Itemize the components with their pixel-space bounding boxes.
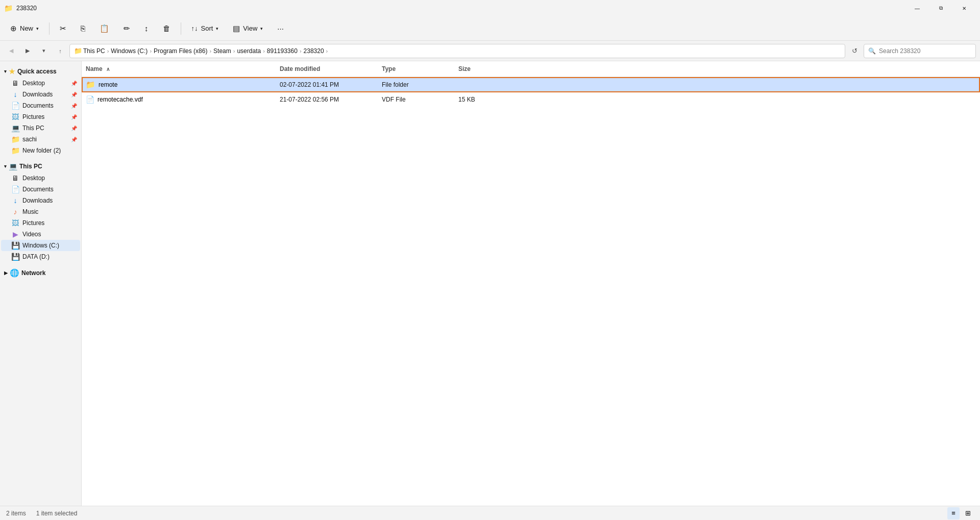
- toolbar: ⊕ New ▾ ✂ ⎘ 📋 ✏ ↕ 🗑 ↑↓ Sort ▾ ▤ View ▾ ·…: [0, 16, 980, 41]
- close-button[interactable]: ✕: [952, 0, 976, 16]
- pin-icon-pictures: 📌: [71, 114, 77, 120]
- rename-icon: ✏: [124, 24, 130, 33]
- quick-access-chevron: ▾: [4, 69, 7, 74]
- view-label: View: [243, 24, 257, 32]
- folder-icon-remote: 📁: [86, 80, 95, 89]
- sidebar-item-thispc-quick[interactable]: 💻 This PC 📌: [1, 122, 80, 134]
- sidebar-item-videos[interactable]: ▶ Videos: [1, 229, 80, 240]
- downloads-icon-pc: ↓: [11, 196, 19, 205]
- sidebar-item-desktop-quick[interactable]: 🖥 Desktop 📌: [1, 78, 80, 89]
- newfolder2-icon: 📁: [11, 146, 19, 155]
- view-button[interactable]: ▤ View ▾: [227, 19, 269, 38]
- back-button[interactable]: ◀: [4, 44, 18, 58]
- list-view-button[interactable]: ≡: [947, 507, 960, 519]
- view-chevron: ▾: [260, 26, 263, 31]
- rename-button[interactable]: ✏: [117, 19, 136, 38]
- breadcrumb-this-pc[interactable]: This PC: [83, 47, 105, 55]
- view-icon: ▤: [233, 24, 240, 33]
- sidebar-network-header[interactable]: ▶ 🌐 Network: [0, 266, 81, 280]
- breadcrumb-bar[interactable]: 📁 This PC › Windows (C:) › Program Files…: [69, 44, 845, 58]
- windows-c-icon: 💾: [11, 241, 19, 250]
- sidebar-item-documents-pc[interactable]: 📄 Documents: [1, 184, 80, 195]
- more-icon: ···: [277, 24, 284, 33]
- sidebar-item-music[interactable]: ♪ Music: [1, 206, 80, 217]
- copy-button[interactable]: ⎘: [75, 19, 91, 38]
- column-name[interactable]: Name ∧: [82, 63, 276, 75]
- desktop-icon: 🖥: [11, 79, 19, 87]
- file-list: Name ∧ Date modified Type Size 📁 remote …: [82, 61, 980, 506]
- file-type-remote: File folder: [378, 79, 454, 90]
- sidebar: ▾ ★ Quick access 🖥 Desktop 📌 ↓ Downloads…: [0, 61, 82, 506]
- breadcrumb-sep-4: ›: [233, 48, 235, 54]
- sidebar-quick-access-header[interactable]: ▾ ★ Quick access: [0, 65, 81, 78]
- breadcrumb-program-files[interactable]: Program Files (x86): [154, 47, 207, 55]
- sidebar-item-downloads-quick[interactable]: ↓ Downloads 📌: [1, 89, 80, 100]
- delete-icon: 🗑: [163, 24, 170, 33]
- sidebar-item-newfolder2[interactable]: 📁 New folder (2): [1, 145, 80, 156]
- window-title: 238320: [16, 5, 901, 12]
- sidebar-data-d-label: DATA (D:): [22, 253, 50, 260]
- cut-icon: ✂: [60, 24, 66, 33]
- forward-button[interactable]: ▶: [20, 44, 35, 58]
- documents-icon-pc: 📄: [11, 185, 19, 193]
- pictures-icon-pc: 🖼: [11, 219, 19, 227]
- file-name-vdf: remotecache.vdf: [97, 96, 143, 103]
- breadcrumb-238320[interactable]: 238320: [304, 47, 324, 55]
- documents-icon-quick: 📄: [11, 102, 19, 110]
- sidebar-item-desktop-pc[interactable]: 🖥 Desktop: [1, 172, 80, 184]
- sort-button[interactable]: ↑↓ Sort ▾: [185, 19, 225, 38]
- column-size[interactable]: Size: [454, 63, 505, 75]
- restore-button[interactable]: ⧉: [929, 0, 952, 16]
- sidebar-this-pc-header[interactable]: ▾ 💻 This PC: [0, 160, 81, 172]
- breadcrumb-windows-c[interactable]: Windows (C:): [111, 47, 148, 55]
- sidebar-item-pictures-pc[interactable]: 🖼 Pictures: [1, 217, 80, 229]
- paste-button[interactable]: 📋: [93, 19, 115, 38]
- search-input[interactable]: [879, 47, 971, 55]
- grid-view-button[interactable]: ⊞: [962, 507, 974, 519]
- breadcrumb-sep-3: ›: [209, 48, 211, 54]
- file-name-cell: 📁 remote: [82, 78, 276, 91]
- minimize-button[interactable]: —: [905, 0, 929, 16]
- network-label: Network: [21, 269, 45, 277]
- desktop-icon-pc: 🖥: [11, 174, 19, 182]
- column-type[interactable]: Type: [378, 63, 454, 75]
- breadcrumb-steam[interactable]: Steam: [213, 47, 231, 55]
- column-date[interactable]: Date modified: [276, 63, 378, 75]
- pictures-icon-quick: 🖼: [11, 113, 19, 121]
- pin-icon-downloads: 📌: [71, 92, 77, 97]
- new-button[interactable]: ⊕ New ▾: [4, 19, 45, 38]
- window-controls: — ⧉ ✕: [905, 0, 976, 16]
- file-date-remote: 02-07-2022 01:41 PM: [276, 79, 378, 90]
- sidebar-item-data-d[interactable]: 💾 DATA (D:): [1, 251, 80, 262]
- sidebar-pictures-label-quick: Pictures: [22, 113, 44, 120]
- breadcrumb-sep-2: ›: [150, 48, 152, 54]
- sidebar-item-sachi[interactable]: 📁 sachi 📌: [1, 134, 80, 145]
- up-button[interactable]: ↑: [53, 44, 67, 58]
- sidebar-item-downloads-pc[interactable]: ↓ Downloads: [1, 195, 80, 206]
- sidebar-sachi-label: sachi: [22, 136, 37, 143]
- sort-label: Sort: [201, 24, 213, 32]
- delete-button[interactable]: 🗑: [157, 19, 177, 38]
- expand-recent-button[interactable]: ▾: [37, 44, 51, 58]
- file-size-remote: [454, 83, 505, 87]
- more-button[interactable]: ···: [271, 19, 290, 38]
- table-row[interactable]: 📁 remote 02-07-2022 01:41 PM File folder: [82, 77, 980, 92]
- toolbar-sep-1: [49, 22, 50, 35]
- this-pc-label: This PC: [19, 163, 42, 170]
- breadcrumb-891193360[interactable]: 891193360: [267, 47, 298, 55]
- table-row[interactable]: 📄 remotecache.vdf 21-07-2022 02:56 PM VD…: [82, 92, 980, 107]
- sidebar-item-documents-quick[interactable]: 📄 Documents 📌: [1, 100, 80, 111]
- refresh-button[interactable]: ↺: [847, 44, 862, 58]
- sidebar-item-pictures-quick[interactable]: 🖼 Pictures 📌: [1, 111, 80, 122]
- search-box[interactable]: 🔍: [864, 44, 976, 58]
- breadcrumb-userdata[interactable]: userdata: [237, 47, 261, 55]
- sidebar-item-windows-c[interactable]: 💾 Windows (C:): [1, 240, 80, 251]
- share-button[interactable]: ↕: [138, 19, 155, 38]
- network-icon: 🌐: [10, 268, 19, 278]
- breadcrumb-sep-5: ›: [263, 48, 265, 54]
- status-bar: 2 items 1 item selected ≡ ⊞: [0, 506, 980, 520]
- cut-button[interactable]: ✂: [54, 19, 72, 38]
- file-date-vdf: 21-07-2022 02:56 PM: [276, 94, 378, 105]
- view-toggle-group: ≡ ⊞: [947, 507, 974, 519]
- navigation-bar: ◀ ▶ ▾ ↑ 📁 This PC › Windows (C:) › Progr…: [0, 41, 980, 61]
